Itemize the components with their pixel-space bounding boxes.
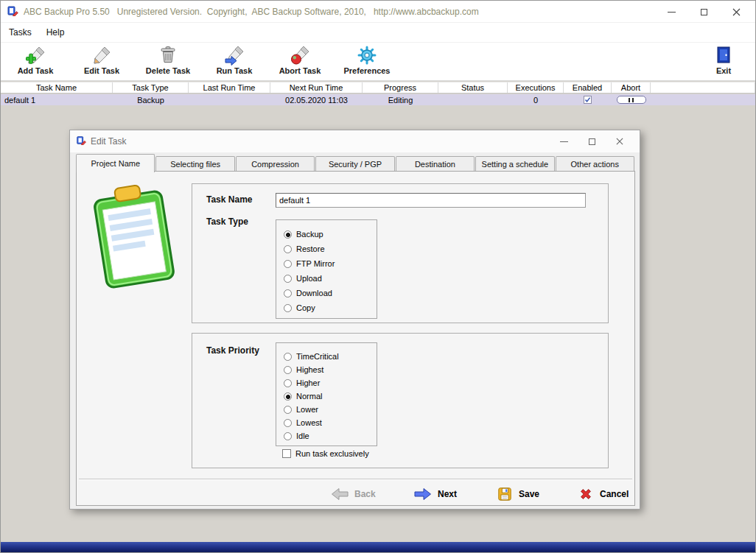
radio-option-lowest[interactable]: Lowest [284,416,377,429]
cell-status [438,94,508,105]
minimize-button[interactable] [655,1,687,23]
abort-pause-button[interactable] [617,96,646,104]
save-button[interactable]: Save [497,484,539,504]
radio-icon [284,245,292,253]
exit-icon [714,45,733,66]
tab-setting-a-schedule[interactable]: Setting a schedule [475,156,554,172]
cancel-button[interactable]: Cancel [578,484,629,504]
radio-option-timecritical[interactable]: TimeCritical [284,350,377,363]
run-exclusively-checkbox[interactable]: Run task exclusively [282,449,369,458]
toolbar: Add Task Edit Task Delete Task [1,43,755,81]
radio-option-upload[interactable]: Upload [284,271,377,286]
radio-icon [284,289,292,297]
run-task-icon [224,45,245,66]
radio-option-idle[interactable]: Idle [284,429,377,443]
column-executions[interactable]: Executions [508,82,564,93]
clipboard-illustration [83,180,186,297]
enabled-checkbox[interactable] [584,96,592,104]
radio-label: FTP Mirror [296,259,335,268]
radio-option-download[interactable]: Download [284,286,377,300]
column-progress[interactable]: Progress [363,82,438,93]
preferences-button[interactable]: Preferences [335,45,399,75]
cell-task-type: Backup [113,94,189,105]
checkbox-icon [282,449,291,458]
column-enabled[interactable]: Enabled [564,82,612,93]
dialog-minimize-button[interactable] [550,130,578,152]
tab-compression[interactable]: Compression [236,156,315,172]
task-name-input[interactable] [276,193,586,208]
radio-icon [284,379,292,387]
dialog-controls [550,130,634,152]
radio-icon [284,366,292,374]
table-row[interactable]: default 1 Backup 02.05.2020 11:03 Editin… [1,94,755,105]
status-strip [1,542,755,552]
back-arrow-icon [331,487,349,501]
radio-option-highest[interactable]: Highest [284,363,377,376]
radio-option-normal[interactable]: Normal [284,390,377,403]
run-task-button[interactable]: Run Task [203,45,266,75]
column-last-run-time[interactable]: Last Run Time [189,82,270,93]
radio-label: Copy [296,303,315,312]
close-icon [616,138,623,145]
radio-label: Download [296,289,332,297]
window-title: ABC Backup Pro 5.50 Unregistered Version… [24,7,479,17]
task-type-label: Task Type [206,216,248,227]
add-task-button[interactable]: Add Task [4,45,67,75]
maximize-icon [701,9,707,15]
tab-selecting-files[interactable]: Selecting files [155,156,234,172]
maximize-icon [589,138,595,145]
dialog-maximize-button[interactable] [578,130,606,152]
column-next-run-time[interactable]: Next Run Time [270,82,363,93]
task-priority-group: Task Priority TimeCritical Highest Highe… [192,333,609,468]
cell-progress: Editing [363,94,438,105]
radio-option-backup[interactable]: Backup [284,227,377,242]
dialog-close-button[interactable] [606,130,634,152]
radio-icon [284,304,292,312]
next-button[interactable]: Next [414,484,457,504]
abort-task-button[interactable]: Abort Task [268,45,332,75]
column-task-type[interactable]: Task Type [113,82,189,93]
pause-icon [629,98,630,102]
tab-other-actions[interactable]: Other actions [556,156,634,172]
radio-label: Backup [296,230,323,239]
task-type-options: Backup Restore FTP Mirror Upload [276,219,377,319]
exit-button[interactable]: Exit [692,45,755,75]
radio-option-restore[interactable]: Restore [284,242,377,256]
dialog-title: Edit Task [91,136,126,147]
column-status[interactable]: Status [438,82,508,93]
delete-task-button[interactable]: Delete Task [136,45,200,75]
delete-task-icon [158,45,178,66]
cell-executions: 0 [508,94,564,105]
radio-option-copy[interactable]: Copy [284,300,377,315]
app-window: ABC Backup Pro 5.50 Unregistered Version… [0,0,756,553]
column-abort[interactable]: Abort [612,82,651,93]
radio-option-ftp-mirror[interactable]: FTP Mirror [284,256,377,271]
menu-tasks[interactable]: Tasks [9,27,32,38]
tab-destination[interactable]: Destination [396,156,475,172]
radio-icon [284,432,292,440]
maximize-button[interactable] [687,1,720,23]
radio-icon [284,260,292,268]
tab-security-pgp[interactable]: Security / PGP [315,156,394,172]
radio-option-lower[interactable]: Lower [284,403,377,416]
radio-label: Highest [296,365,323,374]
footer-separator [79,479,632,480]
radio-label: Lowest [296,418,322,427]
column-task-name[interactable]: Task Name [1,82,113,93]
edit-task-dialog: Edit Task Project Name Selecting files C… [69,130,640,510]
abort-task-icon [290,45,310,66]
close-button[interactable] [720,1,752,23]
tab-project-name[interactable]: Project Name [76,154,155,172]
save-floppy-icon [497,486,513,502]
menu-help[interactable]: Help [46,27,65,38]
dialog-icon [76,135,86,148]
edit-task-button[interactable]: Edit Task [70,45,133,75]
radio-icon [284,392,292,401]
back-button[interactable]: Back [331,484,376,504]
add-task-icon [25,45,46,66]
preferences-icon [357,45,377,66]
radio-icon [284,353,292,361]
radio-option-higher[interactable]: Higher [284,376,377,390]
menubar: Tasks Help [1,23,755,43]
titlebar: ABC Backup Pro 5.50 Unregistered Version… [1,1,755,23]
